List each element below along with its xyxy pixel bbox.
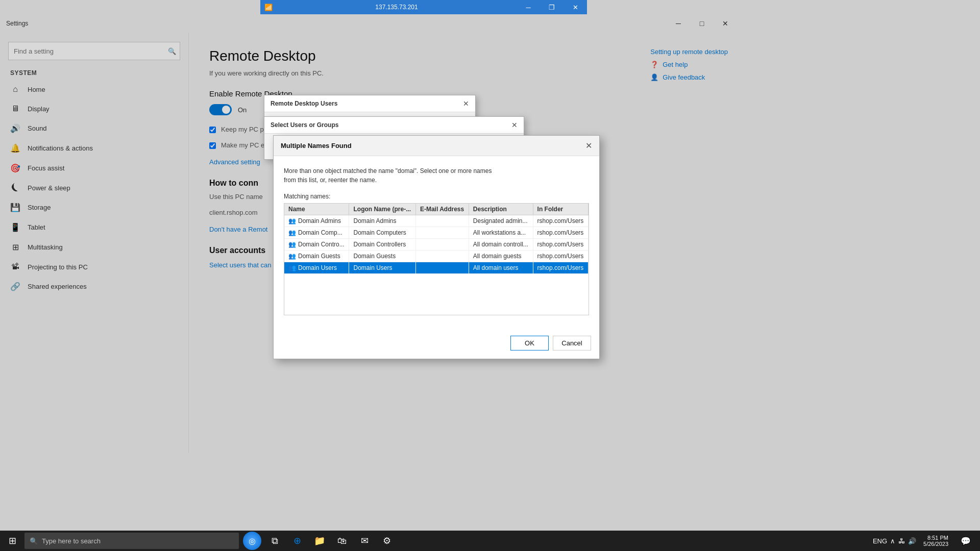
cell-email xyxy=(415,239,469,251)
taskbar-search-input[interactable] xyxy=(42,537,234,545)
cell-logon: Domain Controllers xyxy=(349,239,415,251)
time-display: 8:51 PM xyxy=(923,535,948,541)
volume-icon[interactable]: 🔊 xyxy=(908,537,916,545)
cell-logon: Domain Computers xyxy=(349,227,415,239)
mnf-cancel-button[interactable]: Cancel xyxy=(553,336,591,350)
mnf-title: Multiple Names Found xyxy=(281,142,352,149)
cell-folder: rshop.com/Users xyxy=(533,251,588,262)
table-header-row: Name Logon Name (pre-... E-Mail Address … xyxy=(284,204,589,215)
mnf-table-wrap: Name Logon Name (pre-... E-Mail Address … xyxy=(284,203,589,315)
clock[interactable]: 8:51 PM 5/26/2023 xyxy=(918,535,953,547)
cell-desc: All domain users xyxy=(469,262,533,274)
table-row[interactable]: 👥Domain Admins Domain Admins Designated … xyxy=(284,215,589,227)
su-close-button[interactable]: ✕ xyxy=(511,121,518,129)
rdp-close-button[interactable]: ✕ xyxy=(564,0,587,14)
table-row[interactable]: 👥Domain Guests Domain Guests All domain … xyxy=(284,251,589,262)
cortana-icon[interactable]: ◎ xyxy=(243,532,261,550)
rdp-minimize-button[interactable]: ─ xyxy=(517,0,540,14)
cell-logon: Domain Admins xyxy=(349,215,415,227)
cell-name: 👥Domain Comp... xyxy=(284,227,349,239)
su-title-bar: Select Users or Groups ✕ xyxy=(264,117,524,134)
cell-desc: All domain guests xyxy=(469,251,533,262)
mnf-ok-button[interactable]: OK xyxy=(510,336,549,350)
taskbar-right: ENG ∧ 🖧 🔊 8:51 PM 5/26/2023 💬 xyxy=(873,531,980,551)
start-button[interactable]: ⊞ xyxy=(0,531,24,551)
cell-email xyxy=(415,215,469,227)
rdu-title-bar: Remote Desktop Users ✕ xyxy=(264,95,475,112)
cell-desc: All domain controll... xyxy=(469,239,533,251)
cell-name: 👥Domain Contro... xyxy=(284,239,349,251)
rdp-icon: 📶 xyxy=(260,4,277,11)
task-view-button[interactable]: ⧉ xyxy=(263,531,286,551)
col-logon: Logon Name (pre-... xyxy=(349,204,415,215)
mnf-close-button[interactable]: ✕ xyxy=(585,141,592,151)
mnf-footer: OK Cancel xyxy=(274,336,599,359)
cell-logon: Domain Users xyxy=(349,262,415,274)
cell-folder: rshop.com/Users xyxy=(533,239,588,251)
col-name: Name xyxy=(284,204,349,215)
edge-button[interactable]: ⊕ xyxy=(286,531,308,551)
file-explorer-button[interactable]: 📁 xyxy=(308,531,331,551)
rdu-close-button[interactable]: ✕ xyxy=(463,99,469,108)
mnf-matching-label: Matching names: xyxy=(284,193,589,200)
col-folder: In Folder xyxy=(533,204,588,215)
network-icon[interactable]: 🖧 xyxy=(898,537,905,545)
taskbar-search-icon: 🔍 xyxy=(30,537,38,545)
multiple-names-found-dialog: Multiple Names Found ✕ More than one obj… xyxy=(273,135,600,359)
cell-logon: Domain Guests xyxy=(349,251,415,262)
cell-folder: rshop.com/Users xyxy=(533,227,588,239)
cell-folder: rshop.com/Users xyxy=(533,262,588,274)
col-email: E-Mail Address xyxy=(415,204,469,215)
cell-name: 👥Domain Guests xyxy=(284,251,349,262)
date-display: 5/26/2023 xyxy=(923,541,948,547)
cell-desc: Designated admin... xyxy=(469,215,533,227)
rdp-controls: ─ ❐ ✕ xyxy=(517,0,587,14)
cell-email xyxy=(415,227,469,239)
su-title: Select Users or Groups xyxy=(271,121,338,129)
rdp-restore-button[interactable]: ❐ xyxy=(540,0,564,14)
cell-name: 👥Domain Users xyxy=(284,262,349,274)
settings-button[interactable]: ⚙ xyxy=(376,531,398,551)
cell-desc: All workstations a... xyxy=(469,227,533,239)
rdp-ip: 137.135.73.201 xyxy=(277,4,517,11)
chevron-up-icon[interactable]: ∧ xyxy=(890,537,895,545)
col-desc: Description xyxy=(469,204,533,215)
cell-email xyxy=(415,251,469,262)
notification-center-button[interactable]: 💬 xyxy=(955,531,976,551)
taskbar-apps: ◎ ⧉ ⊕ 📁 🛍 ✉ ⚙ xyxy=(241,531,398,551)
table-row[interactable]: 👥Domain Users Domain Users All domain us… xyxy=(284,262,589,274)
table-row[interactable]: 👥Domain Comp... Domain Computers All wor… xyxy=(284,227,589,239)
mnf-title-bar: Multiple Names Found ✕ xyxy=(274,136,599,156)
mail-button[interactable]: ✉ xyxy=(353,531,376,551)
mnf-description: More than one object matched the name "d… xyxy=(284,166,589,185)
mnf-body: More than one object matched the name "d… xyxy=(274,156,599,336)
cell-email xyxy=(415,262,469,274)
cell-name: 👥Domain Admins xyxy=(284,215,349,227)
taskbar-system-icons: ENG ∧ 🖧 🔊 xyxy=(873,537,916,545)
language-icon[interactable]: ENG xyxy=(873,537,887,545)
rdu-title: Remote Desktop Users xyxy=(271,100,337,107)
table-row[interactable]: 👥Domain Contro... Domain Controllers All… xyxy=(284,239,589,251)
store-button[interactable]: 🛍 xyxy=(331,531,353,551)
taskbar: ⊞ 🔍 ◎ ⧉ ⊕ 📁 🛍 ✉ ⚙ ENG ∧ 🖧 🔊 8:51 PM 5/26… xyxy=(0,531,980,551)
mnf-table: Name Logon Name (pre-... E-Mail Address … xyxy=(284,204,589,274)
rdp-toolbar: 📶 137.135.73.201 ─ ❐ ✕ xyxy=(260,0,587,14)
cell-folder: rshop.com/Users xyxy=(533,215,588,227)
taskbar-search-box[interactable]: 🔍 xyxy=(24,533,239,549)
